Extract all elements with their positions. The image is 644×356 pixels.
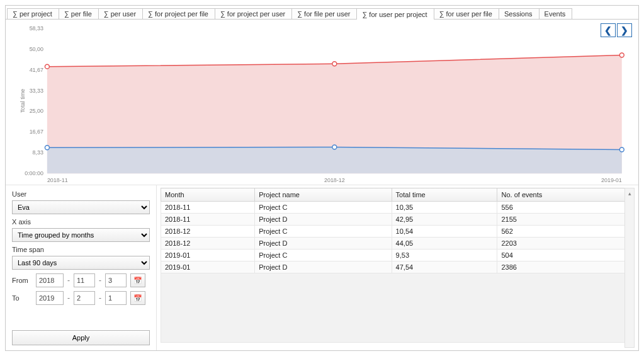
cell: 556	[497, 202, 635, 214]
from-calendar-button[interactable]: 📅	[130, 273, 145, 287]
cell: 2018-12	[161, 226, 255, 238]
table-row[interactable]: 2018-12Project C10,54562	[161, 226, 635, 238]
calendar-icon: 📅	[133, 294, 142, 302]
tab-bar: ∑ per project∑ per file∑ per user∑ for p…	[6, 6, 638, 20]
col-header-1[interactable]: Project name	[255, 188, 392, 202]
col-header-3[interactable]: No. of events	[497, 188, 635, 202]
user-select[interactable]: Eva	[12, 200, 150, 214]
scroll-up-icon: ▴	[625, 188, 634, 198]
xaxis-label: X axis	[12, 218, 150, 226]
cell: 2018-11	[161, 202, 255, 214]
cell: Project D	[255, 261, 392, 273]
table-empty-area	[161, 273, 635, 343]
cell: Project D	[255, 238, 392, 250]
cell: 2019-01	[161, 250, 255, 261]
cell: 2019-01	[161, 261, 255, 273]
svg-text:33,33: 33,33	[30, 88, 43, 94]
cell: Project D	[255, 214, 392, 226]
cell: 10,54	[392, 226, 497, 238]
to-day-input[interactable]	[105, 291, 127, 305]
app-frame: ∑ per project∑ per file∑ per user∑ for p…	[5, 5, 639, 351]
table-row[interactable]: 2019-01Project D47,542386	[161, 261, 635, 273]
from-month-input[interactable]	[74, 273, 95, 287]
tab-5[interactable]: ∑ for file per user	[291, 8, 357, 19]
cell: 9,53	[392, 250, 497, 261]
timespan-select[interactable]: Last 90 days	[12, 256, 150, 270]
to-label: To	[12, 294, 32, 302]
table-row[interactable]: 2018-12Project D44,052203	[161, 238, 635, 250]
cell: 2155	[497, 214, 635, 226]
cell: 42,95	[392, 214, 497, 226]
chart-area: ❮ ❯ 0:00:008,3316,6725,0033,3341,6750,00…	[6, 20, 638, 185]
to-year-input[interactable]	[36, 291, 64, 305]
tab-1[interactable]: ∑ per file	[59, 8, 99, 19]
table-panel: MonthProject nameTotal timeNo. of events…	[157, 185, 638, 350]
chart-nav: ❮ ❯	[601, 23, 632, 37]
tab-3[interactable]: ∑ for project per file	[142, 8, 215, 19]
svg-text:58,33: 58,33	[30, 25, 43, 32]
table-row[interactable]: 2018-11Project D42,952155	[161, 214, 635, 226]
cell: 2203	[497, 238, 635, 250]
user-label: User	[12, 190, 150, 198]
chart-svg: 0:00:008,3316,6725,0033,3341,6750,0058,3…	[12, 23, 632, 185]
chart-prev-button[interactable]: ❮	[601, 23, 616, 37]
cell: 2018-11	[161, 214, 255, 226]
tab-4[interactable]: ∑ for project per user	[215, 8, 292, 19]
svg-point-17	[619, 147, 624, 152]
svg-text:2019-01: 2019-01	[601, 177, 622, 183]
cell: 504	[497, 250, 635, 261]
scrollbar[interactable]: ▴	[624, 188, 635, 348]
svg-text:16,67: 16,67	[30, 129, 43, 135]
from-year-input[interactable]	[36, 273, 64, 287]
svg-text:50,00: 50,00	[30, 46, 43, 52]
to-calendar-button[interactable]: 📅	[130, 291, 145, 305]
col-header-0[interactable]: Month	[161, 188, 255, 202]
svg-text:25,00: 25,00	[30, 108, 43, 114]
svg-point-13	[332, 62, 337, 66]
cell: 2018-12	[161, 238, 255, 250]
tab-2[interactable]: ∑ per user	[98, 8, 143, 19]
cell: 44,05	[392, 238, 497, 250]
svg-text:Total time: Total time	[20, 89, 26, 113]
bottom-panel: User Eva X axis Time grouped by months T…	[6, 185, 638, 350]
svg-text:0:00:00: 0:00:00	[25, 170, 43, 176]
svg-point-16	[332, 145, 337, 149]
to-month-input[interactable]	[74, 291, 95, 305]
xaxis-select[interactable]: Time grouped by months	[12, 228, 150, 242]
timespan-label: Time span	[12, 246, 150, 253]
cell: Project C	[255, 226, 392, 238]
from-label: From	[12, 277, 32, 284]
data-table: MonthProject nameTotal timeNo. of events…	[161, 188, 635, 273]
svg-point-15	[45, 146, 49, 150]
cell: 10,35	[392, 202, 497, 214]
cell: 562	[497, 226, 635, 238]
tab-6[interactable]: ∑ for user per project	[356, 8, 434, 20]
cell: Project C	[255, 202, 392, 214]
filter-panel: User Eva X axis Time grouped by months T…	[6, 185, 157, 350]
svg-text:41,67: 41,67	[30, 67, 43, 73]
tab-9[interactable]: Events	[539, 8, 573, 19]
table-row[interactable]: 2019-01Project C9,53504	[161, 250, 635, 261]
tab-8[interactable]: Sessions	[499, 8, 539, 19]
cell: 47,54	[392, 261, 497, 273]
cell: 2386	[497, 261, 635, 273]
chart-next-button[interactable]: ❯	[617, 23, 632, 37]
table-row[interactable]: 2018-11Project C10,35556	[161, 202, 635, 214]
calendar-icon: 📅	[133, 277, 142, 285]
svg-point-14	[619, 53, 624, 57]
cell: Project C	[255, 250, 392, 261]
svg-point-12	[45, 64, 49, 69]
svg-text:2018-12: 2018-12	[324, 177, 345, 183]
apply-button[interactable]: Apply	[12, 330, 150, 345]
svg-text:8,33: 8,33	[33, 149, 43, 156]
tab-0[interactable]: ∑ per project	[7, 8, 59, 19]
col-header-2[interactable]: Total time	[392, 188, 497, 202]
from-day-input[interactable]	[105, 273, 127, 287]
svg-text:2018-11: 2018-11	[47, 177, 68, 183]
tab-7[interactable]: ∑ for user per file	[434, 8, 499, 19]
